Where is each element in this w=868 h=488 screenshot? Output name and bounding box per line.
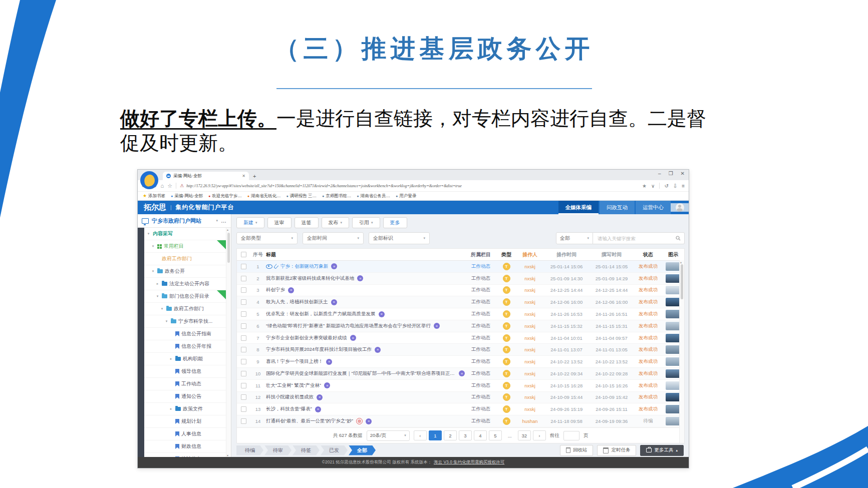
row-checkbox[interactable] (241, 394, 246, 400)
bookmark-item[interactable]: ●采编-网站-全部 (171, 193, 203, 199)
expand-arrow-icon[interactable]: ▸ (169, 357, 173, 361)
expand-arrow-icon[interactable]: ▾ (160, 307, 164, 311)
menu-icon[interactable]: ≡ (682, 183, 685, 189)
cell-channel[interactable]: 工作动态 (465, 311, 497, 317)
row-checkbox[interactable] (241, 323, 246, 329)
sidebar-tree-item[interactable]: ▸政策文件 (144, 403, 226, 415)
table-row[interactable]: 5优卓乳业：研发创新，以新质生产力赋能高质量发展≡工作动态Tnxskj24-11… (237, 308, 684, 320)
user-avatar[interactable] (671, 203, 689, 212)
cell-channel[interactable]: 工作动态 (465, 346, 497, 353)
cell-channel[interactable]: 工作动态 (465, 287, 497, 293)
home-button[interactable]: ⌂ (161, 183, 164, 189)
row-checkbox[interactable] (241, 299, 246, 305)
toolbar-button[interactable]: 引用▾ (352, 217, 380, 228)
favorite-star-icon[interactable]: ★ (642, 183, 647, 189)
article-title-link[interactable]: 敢为人先，培植科技创新沃土 (266, 299, 328, 305)
sidebar-tree-item[interactable]: ▾政府工作部门 (144, 303, 226, 315)
expand-arrow-icon[interactable]: ▾ (151, 269, 155, 273)
cell-channel[interactable]: 工作动态 (465, 299, 497, 305)
site-selector[interactable]: 宁乡市政府门户网站 ▾ … (138, 214, 231, 228)
article-title-link[interactable]: 宁乡市科技局开展2024年度科技计划项目验收工作 (266, 346, 372, 353)
page-button[interactable]: 3 (459, 430, 472, 440)
sidebar-tree-item[interactable]: 统计信息 (144, 453, 226, 457)
workflow-tab[interactable]: 全部 (349, 445, 376, 455)
minimize-button[interactable]: – (658, 171, 661, 176)
sidebar-tree-item[interactable]: 人事信息 (144, 428, 226, 440)
cell-channel[interactable]: 工作动态 (465, 275, 497, 282)
new-tab-button[interactable]: + (253, 173, 256, 180)
sidebar-tree-item[interactable]: ▾宁乡市科学技... (144, 315, 226, 328)
search-icon[interactable] (676, 236, 681, 241)
cell-channel[interactable]: 工作动态 (465, 406, 497, 412)
expand-arrow-icon[interactable]: ▾ (164, 319, 169, 323)
toolbar-button[interactable]: 发布▾ (322, 217, 350, 228)
sidebar-tree-item[interactable]: 财政信息 (144, 440, 226, 453)
bookmark-item[interactable]: ●湖南省无纸化… (247, 193, 281, 199)
nav-tab[interactable]: 问政互动 (600, 201, 635, 214)
article-title-link[interactable]: 科技小院建设初显成效 (266, 394, 314, 400)
url-field[interactable]: ⚠ http://172.26.9.52/yw-app/#!/sites/web… (180, 183, 639, 188)
bookmark-item[interactable]: ●欢迎光临宁乡… (208, 193, 242, 199)
row-checkbox[interactable] (241, 371, 246, 376)
page-button[interactable]: 5 (489, 430, 502, 440)
tool-button[interactable]: 定时任务 (597, 445, 636, 456)
page-button[interactable]: 1 (429, 430, 442, 440)
expand-arrow-icon[interactable]: ▾ (151, 244, 155, 248)
row-checkbox[interactable] (241, 287, 246, 293)
row-checkbox[interactable] (241, 406, 246, 412)
attachment-icon[interactable] (273, 264, 278, 269)
browser-logo-icon[interactable] (140, 171, 158, 189)
cell-channel[interactable]: 工作动态 (465, 418, 497, 424)
table-row[interactable]: 7宁乡市企业创新创业大赛突破最好成绩≡工作动态Tnxskj24-11-04 10… (237, 332, 684, 344)
table-row[interactable]: 4敢为人先，培植科技创新沃土≡工作动态Tnxskj24-12-06 16:002… (237, 296, 684, 308)
article-title-link[interactable]: 科创宁乡 (266, 287, 285, 293)
table-row[interactable]: 10国际化产学研共促全球新能源行业发展｜“印尼能矿部—中伟—中南大学”联合培养项… (237, 368, 684, 380)
cell-channel[interactable]: 工作动态 (465, 394, 497, 400)
sidebar-tree-item[interactable]: 政府工作部门 (144, 253, 226, 265)
expand-arrow-icon[interactable]: ▸ (155, 282, 160, 286)
table-row[interactable]: 9喜讯！宁乡一个项目上榜！≡工作动态Tnxskj24-10-22 13:5224… (237, 356, 684, 368)
search-scope-select[interactable]: 全部 ▾ (556, 232, 593, 244)
sidebar-tree-item[interactable]: 领导信息 (144, 365, 226, 378)
article-title-link[interactable]: 壮大“工业树” 繁茂“产业林” (266, 382, 321, 389)
toolbar-button[interactable]: 送签 (295, 217, 319, 228)
bookmark-star-icon[interactable]: ☆ (167, 183, 172, 189)
sidebar-tree-item[interactable]: ▾政务公开 (144, 265, 226, 278)
article-title-link[interactable]: 宁乡市企业创新创业大赛突破最好成绩 (266, 335, 347, 341)
version-link[interactable]: 海云 V3.0 集约化使用需购买授权许可 (434, 459, 504, 465)
close-button[interactable]: ✕ (681, 171, 685, 176)
sidebar-tree-item[interactable]: ▾常用栏目 (144, 240, 226, 253)
sidebar-tree-item[interactable]: ▸机构职能 (144, 353, 226, 365)
dropdown-caret-icon[interactable]: ∨ (651, 183, 655, 189)
table-row[interactable]: 12科技小院建设初显成效≡工作动态Tnxskj24-10-09 15:4424-… (237, 392, 684, 404)
table-row[interactable]: 2我市新获批2家省级科技成果转化中试基地≡工作动态Tnxskj25-01-09 … (237, 273, 684, 285)
article-title-link[interactable]: 打通科创“最前、最后一公里”的宁乡之“妙” (266, 418, 353, 424)
row-checkbox[interactable] (241, 359, 246, 364)
article-title-link[interactable]: 长沙，科技含量“爆表” (266, 406, 312, 412)
page-button[interactable]: 32 (518, 430, 531, 440)
tab-close-icon[interactable]: ✕ (242, 174, 245, 178)
filter-select[interactable]: 全部时间▾ (303, 232, 364, 244)
nav-tab[interactable]: 全媒体采编 (558, 201, 599, 214)
row-checkbox[interactable] (241, 383, 246, 388)
download-icon[interactable]: ⇩ (673, 183, 677, 189)
toolbar-button[interactable]: 送审 (267, 217, 292, 228)
sidebar-tree-item[interactable]: 通知公告 (144, 390, 226, 403)
page-button[interactable]: 2 (444, 430, 457, 440)
workflow-tab[interactable]: 待编 (236, 445, 263, 455)
tool-button[interactable]: 更多工具▴ (640, 445, 684, 456)
bookmark-item[interactable]: ●调研报告 三… (286, 193, 317, 199)
table-scrollbar[interactable] (679, 260, 684, 443)
page-button[interactable]: 4 (474, 430, 487, 440)
select-all-checkbox[interactable] (241, 252, 246, 257)
history-icon[interactable]: ↺ (664, 183, 668, 189)
maximize-button[interactable]: ❐ (669, 171, 673, 176)
bookmark-item[interactable]: ●湖南省公务员… (357, 193, 390, 199)
article-title-link[interactable]: “绿色动能”即将打开“新赛道” 新能源动力电池应用场景发布会在宁乡经开区举行 (266, 323, 431, 329)
cell-channel[interactable]: 工作动态 (465, 370, 497, 377)
sidebar-tree-item[interactable]: ▾内容采写 (144, 228, 226, 240)
more-options-icon[interactable]: … (221, 218, 227, 224)
cell-channel[interactable]: 工作动态 (465, 335, 497, 341)
article-title-link[interactable]: 宁乡：创新驱动万象新 (280, 263, 328, 270)
expand-arrow-icon[interactable]: ▸ (169, 407, 173, 411)
